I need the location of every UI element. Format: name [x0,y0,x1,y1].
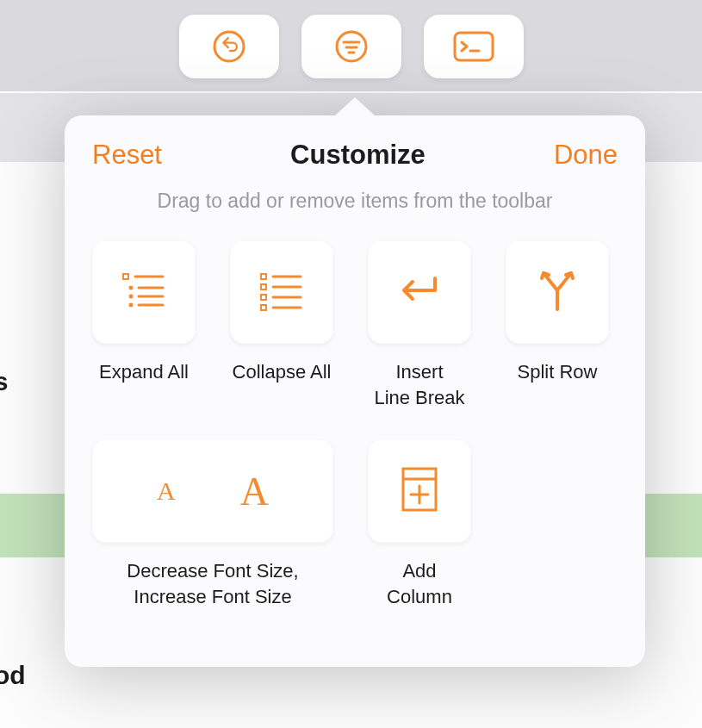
return-icon [395,271,444,313]
svg-rect-21 [261,305,266,310]
expand-all-icon [118,269,170,315]
done-button[interactable]: Done [554,140,618,171]
decrease-font-icon: A [157,476,176,506]
item-label: Add Column [368,558,471,609]
svg-point-0 [214,32,244,61]
item-label: Decrease Font Size, Increase Font Size [92,558,333,609]
item-add-column[interactable]: Add Column [368,439,471,609]
undo-icon [209,27,249,66]
toolbar-undo-button[interactable] [179,15,279,78]
toolbar-terminal-button[interactable] [424,15,524,78]
increase-font-icon: A [240,469,269,514]
toolbar [0,15,702,78]
svg-point-13 [129,303,134,308]
item-expand-all[interactable]: Expand All [92,240,196,410]
split-row-icon [537,268,578,316]
customize-popover: Reset Customize Done Drag to add or remo… [65,93,645,667]
terminal-icon [450,28,498,65]
item-collapse-all[interactable]: Collapse All [230,240,333,410]
item-label: Expand All [99,359,189,385]
item-insert-line-break[interactable]: Insert Line Break [368,240,471,410]
toolbar-filter-button[interactable] [301,15,401,78]
add-column-icon [398,465,441,517]
svg-rect-19 [261,295,266,300]
collapse-all-icon [256,269,308,315]
item-font-size[interactable]: A A Decrease Font Size, Increase Font Si… [92,439,333,609]
popover-hint: Drag to add or remove items from the too… [92,190,618,213]
background-partial-text: od [0,661,26,690]
item-split-row[interactable]: Split Row [506,240,609,410]
svg-rect-17 [261,284,266,289]
popover-title: Customize [162,140,554,171]
toolbar-item-grid: Expand All [92,240,618,610]
popover-header: Reset Customize Done [92,140,618,171]
background-partial-text: ons [0,367,8,396]
svg-rect-5 [455,33,493,60]
reset-button[interactable]: Reset [92,140,162,171]
svg-point-11 [129,295,134,299]
item-label: Insert Line Break [374,359,464,410]
svg-point-9 [129,286,134,290]
filter-icon [332,27,371,66]
popover-arrow [334,97,376,116]
item-label: Split Row [518,359,598,385]
item-label: Collapse All [233,359,332,385]
svg-rect-7 [123,274,128,279]
svg-rect-15 [261,274,266,279]
